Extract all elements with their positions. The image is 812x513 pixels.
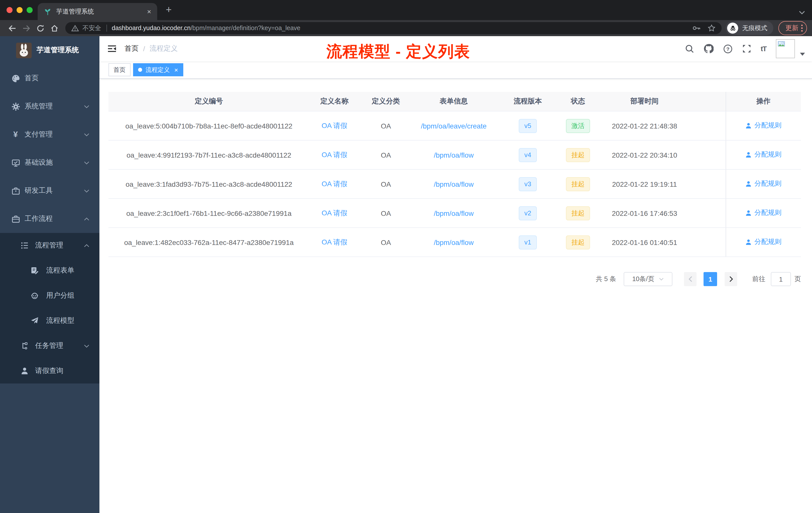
- assign-rule-button[interactable]: 分配规则: [746, 209, 782, 218]
- forward-button[interactable]: [19, 21, 33, 35]
- assign-rule-button[interactable]: 分配规则: [746, 150, 782, 159]
- home-button[interactable]: [47, 21, 61, 35]
- column-header: 流程版本: [495, 92, 560, 111]
- sidebar-item-process-management[interactable]: 流程管理: [0, 233, 99, 258]
- app-logo-row[interactable]: 芋道管理系统: [0, 36, 99, 64]
- address-bar[interactable]: 不安全 dashboard.yudao.iocoder.cn/bpm/manag…: [65, 22, 722, 34]
- form-link[interactable]: /bpm/oa/flow: [434, 238, 474, 246]
- form-link[interactable]: /bpm/oa/leave/create: [421, 122, 487, 130]
- definition-name-link[interactable]: OA 请假: [322, 121, 348, 129]
- form-link[interactable]: /bpm/oa/flow: [434, 180, 474, 188]
- definition-name-link[interactable]: OA 请假: [322, 209, 348, 217]
- version-badge: v5: [519, 119, 536, 133]
- sidebar-toggle-icon[interactable]: [108, 44, 116, 53]
- sidebar-item-home[interactable]: 首页: [0, 64, 99, 92]
- sidebar-item-label: 系统管理: [25, 102, 53, 111]
- definition-table: 定义编号 定义名称 定义分类 表单信息 流程版本 状态 部署时间 操作: [109, 92, 801, 257]
- github-icon[interactable]: [703, 44, 714, 54]
- column-header: 定义编号: [109, 92, 309, 111]
- sidebar-item-payment[interactable]: ¥ 支付管理: [0, 120, 99, 149]
- sidebar-item-label: 基础设施: [25, 158, 53, 167]
- table-row: oa_leave:4:991f2193-7b7f-11ec-a3c8-acde4…: [109, 140, 801, 170]
- table-row: oa_leave:3:1fad3d93-7b75-11ec-a3c8-acde4…: [109, 170, 801, 199]
- bookmark-star-icon[interactable]: [707, 24, 716, 32]
- password-key-icon[interactable]: [693, 24, 700, 32]
- sidebar-item-dev-tools[interactable]: 研发工具: [0, 177, 99, 205]
- form-link[interactable]: /bpm/oa/flow: [434, 151, 474, 159]
- gear-icon: [11, 102, 20, 111]
- status-badge: 挂起: [566, 206, 590, 220]
- avatar[interactable]: [776, 39, 795, 58]
- sidebar-item-task-management[interactable]: 任务管理: [0, 333, 99, 358]
- minimize-window-button[interactable]: [17, 7, 23, 13]
- next-page-button[interactable]: [725, 272, 737, 286]
- assign-rule-button[interactable]: 分配规则: [746, 121, 782, 130]
- font-size-icon[interactable]: tT: [761, 45, 766, 53]
- paper-plane-icon: [30, 317, 39, 325]
- sidebar-item-leave-query[interactable]: 请假查询: [0, 358, 99, 384]
- chevron-down-icon: [84, 105, 89, 108]
- robot-face-icon: [30, 292, 39, 300]
- sidebar-item-infrastructure[interactable]: 基础设施: [0, 149, 99, 177]
- breadcrumb-home[interactable]: 首页: [124, 44, 139, 53]
- assign-rule-button[interactable]: 分配规则: [746, 179, 782, 188]
- table-row: oa_leave:5:004b710b-7b8a-11ec-8ef0-acde4…: [109, 111, 801, 140]
- chevron-down-icon: [84, 161, 89, 164]
- annotation-text: 流程模型 - 定义列表: [326, 41, 470, 62]
- browser-menu-dots-icon[interactable]: [801, 24, 803, 32]
- tag-process-definition[interactable]: 流程定义 ×: [133, 63, 183, 76]
- browser-tab[interactable]: 芋道管理系统 ×: [38, 3, 157, 20]
- navbar-actions: ? tT: [685, 39, 805, 58]
- definition-name-link[interactable]: OA 请假: [322, 238, 348, 246]
- zoom-window-button[interactable]: [27, 7, 33, 13]
- action-label: 分配规则: [754, 209, 782, 218]
- action-label: 分配规则: [754, 150, 782, 159]
- close-icon[interactable]: ×: [174, 66, 178, 73]
- status-badge: 挂起: [566, 148, 590, 162]
- status-badge: 挂起: [566, 177, 590, 191]
- toolbox-icon: [11, 186, 20, 195]
- incognito-icon: [727, 23, 738, 34]
- tab-close-icon[interactable]: ×: [147, 8, 151, 15]
- chevron-down-icon[interactable]: [800, 53, 805, 56]
- update-label[interactable]: 更新: [785, 24, 799, 33]
- app-title: 芋道管理系统: [37, 46, 79, 55]
- list-tree-icon: [20, 241, 29, 249]
- sidebar-item-system[interactable]: 系统管理: [0, 92, 99, 120]
- page-number-button[interactable]: 1: [703, 272, 717, 286]
- definition-name-link[interactable]: OA 请假: [322, 150, 348, 158]
- tag-label: 流程定义: [146, 65, 170, 74]
- chevron-up-icon: [84, 244, 89, 247]
- deploy-time: 2022-01-22 19:19:11: [596, 170, 694, 199]
- sidebar-item-process-model[interactable]: 流程模型: [0, 308, 99, 333]
- form-link[interactable]: /bpm/oa/flow: [434, 209, 474, 217]
- goto-page-input[interactable]: [771, 272, 791, 286]
- sidebar-item-workflow[interactable]: 工作流程: [0, 205, 99, 233]
- sidebar-item-user-group[interactable]: 用户分组: [0, 283, 99, 308]
- tab-search-chevron-icon[interactable]: [799, 7, 805, 17]
- browser-update-button[interactable]: 更新: [778, 21, 807, 35]
- deploy-time: 2022-01-22 21:48:38: [596, 111, 694, 140]
- tag-home[interactable]: 首页: [109, 63, 130, 76]
- prev-page-button[interactable]: [684, 272, 696, 286]
- search-icon[interactable]: [685, 44, 694, 53]
- definition-id: oa_leave:2:3c1f0ef1-76b1-11ec-9c66-a2380…: [109, 199, 309, 228]
- filler-cell: [694, 170, 726, 199]
- fullscreen-icon[interactable]: [742, 44, 751, 53]
- page-size-select[interactable]: 10条/页: [624, 272, 672, 286]
- close-window-button[interactable]: [6, 7, 12, 13]
- new-tab-button[interactable]: +: [163, 4, 175, 16]
- sidebar-item-process-form[interactable]: 流程表单: [0, 258, 99, 283]
- org-tree-icon: [20, 342, 29, 350]
- definition-name-link[interactable]: OA 请假: [322, 179, 348, 187]
- active-dot: [138, 68, 142, 72]
- filler-cell: [694, 228, 726, 257]
- assign-rule-button[interactable]: 分配规则: [746, 238, 782, 247]
- chevron-down-icon: [84, 189, 89, 192]
- security-warning-icon[interactable]: [71, 25, 79, 32]
- column-header-filler: [694, 92, 726, 111]
- back-button[interactable]: [5, 21, 19, 35]
- reload-button[interactable]: [33, 21, 47, 35]
- security-label[interactable]: 不安全: [82, 24, 101, 32]
- help-icon[interactable]: ?: [723, 44, 733, 54]
